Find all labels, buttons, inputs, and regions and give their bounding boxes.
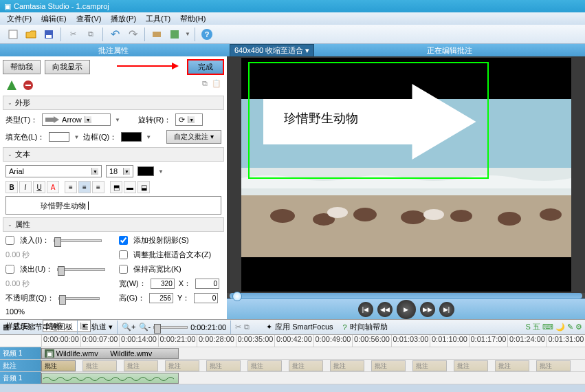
width-input[interactable]	[151, 279, 175, 289]
annotation-arrow-icon	[117, 62, 179, 70]
menu-view[interactable]: 查看(V)	[72, 13, 106, 25]
copy-icon[interactable]: ⧉	[83, 27, 98, 42]
y-input[interactable]	[194, 293, 218, 303]
align-left-button[interactable]: ≡	[65, 181, 77, 193]
paste-callout-icon[interactable]: 📋	[212, 79, 221, 93]
annotation-track[interactable]: 批注 批注 批注 批注 批注 批注 批注 批注 批注 批注 批注 批注 批注 批…	[0, 360, 585, 372]
split-icon[interactable]: ⧉	[244, 323, 250, 331]
rewind-button[interactable]: ◀◀	[377, 302, 393, 317]
preview-panel: 640x480 收缩至适合 ▾ 正在编辑批注 珍惜野生动物	[227, 44, 585, 319]
align-right-button[interactable]: ≡	[92, 181, 104, 193]
fadein-slider[interactable]	[54, 239, 102, 242]
svg-point-15	[270, 209, 295, 223]
save-icon[interactable]	[41, 27, 56, 42]
timeline-ruler[interactable]: 0:00:00:000:00:07:000:00:14:000:00:21:00…	[0, 335, 585, 347]
done-button[interactable]: 完成	[187, 59, 224, 75]
svg-rect-14	[241, 257, 571, 292]
smartfocus-button[interactable]: 应用 SmartFocus	[275, 322, 333, 332]
x-input[interactable]	[195, 279, 219, 289]
shape-section[interactable]: ⌄外形	[3, 96, 224, 110]
fill-color-swatch[interactable]	[49, 132, 69, 142]
next-button[interactable]: ▶|	[439, 302, 454, 317]
callout-text-input[interactable]: 珍惜野生动物	[5, 196, 221, 215]
remove-icon[interactable]	[22, 79, 34, 93]
fadeout-slider[interactable]	[57, 268, 105, 271]
valign-top-button[interactable]: ⬒	[110, 181, 122, 193]
custom-callout-button[interactable]: 自定义批注 ▾	[166, 130, 221, 144]
play-button[interactable]: ▶	[397, 300, 416, 319]
bold-button[interactable]: B	[5, 181, 18, 193]
new-icon[interactable]	[5, 27, 21, 42]
cut-tl-icon[interactable]: ✂	[235, 323, 241, 331]
italic-button[interactable]: I	[19, 181, 32, 193]
zoom-slider[interactable]	[153, 326, 188, 329]
fadeout-check[interactable]	[5, 265, 14, 274]
redo-icon[interactable]: ↷	[125, 27, 140, 42]
font-select[interactable]: Arial▼	[5, 165, 102, 177]
prev-button[interactable]: |◀	[358, 302, 373, 317]
valign-mid-button[interactable]: ▬	[124, 181, 136, 193]
smartfocus-icon[interactable]: ✦	[266, 323, 272, 331]
storyboard-icon[interactable]: ▦	[3, 323, 10, 331]
rotate-select[interactable]: ⟳▼	[175, 113, 203, 126]
font-color-button[interactable]: A	[47, 181, 59, 193]
props-section[interactable]: ⌄属性	[3, 217, 224, 232]
menu-help[interactable]: 帮助(H)	[176, 13, 210, 25]
cut-icon[interactable]: ✂	[65, 27, 80, 42]
opacity-slider[interactable]	[58, 297, 100, 300]
audio-track[interactable]: 音频 1	[0, 372, 585, 384]
forward-button[interactable]: ▶▶	[420, 302, 435, 317]
border-label: 边框(Q)：	[83, 132, 117, 142]
tracks-icon[interactable]: ☰	[82, 323, 89, 331]
underline-button[interactable]: U	[33, 181, 45, 193]
type-label: 类型(T)：	[5, 115, 38, 125]
show-thumbs-button[interactable]: 显示缩节串连图板	[12, 322, 73, 332]
tracks-button[interactable]: 轨道 ▾	[91, 322, 113, 332]
border-color-swatch[interactable]	[121, 132, 142, 142]
open-icon[interactable]	[23, 27, 38, 42]
undo-icon[interactable]: ↶	[107, 27, 122, 42]
video-clip-1[interactable]: ▣ Wildlife.wmv Wildlife.wmv	[41, 348, 179, 359]
timeline-help-button[interactable]: 时间轴帮助	[350, 322, 388, 332]
video-track[interactable]: 视频 1 ▣ Wildlife.wmv Wildlife.wmv	[0, 347, 585, 360]
produce-icon[interactable]	[149, 27, 164, 42]
svg-rect-0	[9, 30, 17, 39]
text-color-swatch[interactable]	[137, 166, 154, 176]
share-icon[interactable]	[167, 27, 182, 42]
menu-file[interactable]: 文件(F)	[3, 13, 36, 25]
preview-canvas[interactable]: 珍惜野生动物	[227, 56, 585, 293]
aspect-check[interactable]	[119, 265, 128, 274]
anno-clip[interactable]: 批注	[41, 360, 76, 371]
zoom-out-icon[interactable]: 🔍-	[139, 323, 151, 331]
zoom-select[interactable]: 640x480 收缩至适合 ▾	[230, 44, 314, 57]
font-size-select[interactable]: 18▼	[106, 165, 133, 177]
audio-clip[interactable]	[41, 373, 179, 384]
svg-point-20	[498, 212, 521, 226]
help-icon[interactable]: ?	[199, 27, 214, 42]
valign-bot-button[interactable]: ⬓	[137, 181, 150, 193]
text-section[interactable]: ⌄文本	[3, 147, 224, 162]
ime-indicator[interactable]: S 五 ⌨ 🌙 ✎ ⚙	[525, 322, 582, 332]
menu-bar: 文件(F) 编辑(E) 查看(V) 播放(P) 工具(T) 帮助(H)	[0, 12, 585, 25]
zoom-in-icon[interactable]: 🔍+	[122, 323, 135, 331]
show-me-button[interactable]: 向我显示	[45, 60, 90, 74]
help-tl-icon[interactable]: ?	[343, 323, 347, 331]
height-input[interactable]	[149, 293, 173, 303]
callout-selection[interactable]: 珍惜野生动物	[248, 62, 489, 179]
svg-point-23	[423, 209, 444, 220]
svg-rect-13	[241, 195, 571, 257]
fadein-check[interactable]	[5, 236, 14, 245]
add-icon[interactable]	[5, 79, 18, 93]
copy-callout-icon[interactable]: ⧉	[202, 79, 208, 93]
menu-tools[interactable]: 工具(T)	[142, 13, 175, 25]
svg-text:?: ?	[205, 30, 210, 39]
menu-edit[interactable]: 编辑(E)	[37, 13, 71, 25]
menu-play[interactable]: 播放(P)	[107, 13, 140, 25]
shadow-check[interactable]	[119, 236, 128, 245]
align-center-button[interactable]: ≡	[78, 181, 91, 193]
type-select[interactable]: Arrow▼	[42, 113, 111, 126]
fill-label: 填充色(L)：	[5, 132, 45, 142]
help-me-button[interactable]: 帮助我	[3, 60, 41, 74]
resize-check[interactable]	[119, 250, 128, 259]
seek-bar[interactable]	[230, 293, 582, 298]
